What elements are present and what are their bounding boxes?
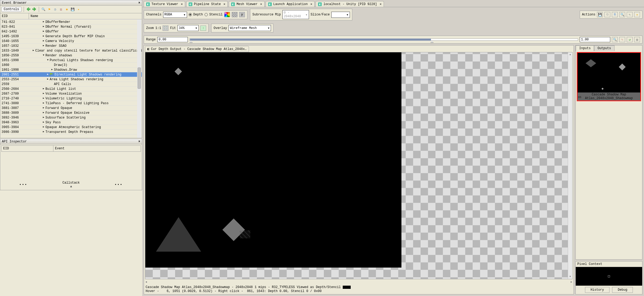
chevron-up-icon[interactable] [62,185,80,188]
event-row[interactable]: 1495-1639Generate Depth Buffer MIP Chain [0,34,142,39]
expand-icon[interactable] [42,25,45,28]
inputs-tab[interactable]: Inputs [576,45,594,51]
close-tab-icon[interactable]: ✕ [310,2,312,6]
range-high-input[interactable] [580,37,610,42]
event-row[interactable]: 2741-3880TilePass - Deferred Lighting Pa… [0,101,142,106]
copy-icon[interactable]: ⧉ [604,12,610,17]
flip-vertical-icon[interactable]: ↕ [200,26,206,31]
expand-icon[interactable] [42,44,45,47]
main-tab[interactable]: ◧Mesh Viewer✕ [229,1,264,7]
zoom-select[interactable]: 34% [177,25,199,31]
depth-radio[interactable] [189,13,192,16]
checker-bg-button[interactable] [232,12,238,17]
search-icon[interactable]: 🔍 [619,12,625,17]
expand-icon[interactable] [46,73,50,76]
autofit-range-icon[interactable]: ✎ [619,37,625,42]
close-icon[interactable]: × [138,140,140,143]
close-tab-icon[interactable]: ✕ [223,2,225,6]
close-tab-icon[interactable]: ✕ [181,2,183,6]
expand-icon[interactable] [50,68,54,71]
expand-icon[interactable] [32,49,35,52]
slice-face-select[interactable] [331,12,350,18]
event-row[interactable]: 3888-3889Forward Opaque Emissive [0,111,142,115]
collapse-icon[interactable] [46,59,50,61]
scrollbar-thumb[interactable] [138,67,141,89]
outputs-tab[interactable]: Outputs [594,45,614,51]
stencil-radio[interactable] [205,13,208,16]
event-row[interactable]: 842-1492GBuffer [0,29,142,34]
expand-icon[interactable] [42,20,45,23]
save-icon[interactable]: 💾 [597,12,603,17]
main-tab[interactable]: ◧localhost - Unity [PID 9228]✕ [316,1,384,7]
vertical-scrollbar[interactable]: ▴ ▾ [568,52,572,279]
expand-icon[interactable] [42,102,45,104]
texture-subtab[interactable]: ◧ Cur Depth Output - Cascade Shadow Map … [145,46,249,52]
event-row[interactable]: 823-841DBuffer Normal (forward) [0,24,142,29]
event-row[interactable]: 3986-3990Transparent Depth Prepass [0,130,142,134]
scrollbar[interactable] [137,20,141,138]
zoom-range-icon[interactable]: 🔍 [612,37,618,42]
event-row[interactable]: 2710-2740Volumetric Lighting [0,96,142,101]
close-icon[interactable]: × [138,1,140,5]
event-row[interactable]: 1860Draw(3) [0,63,142,67]
expand-icon[interactable] [42,106,45,109]
debug-button[interactable]: Debug [612,287,633,293]
gamma-button[interactable]: γ [239,12,245,17]
expand-icon[interactable] [46,78,50,81]
event-row[interactable]: 2687-2709Volume Voxelization [0,91,142,96]
event-row[interactable]: 1851-1998Punctual Lights Shadows renderi… [0,58,142,63]
expand-icon[interactable] [42,121,45,124]
close-tab-icon[interactable]: ✕ [260,2,262,6]
expand-icon[interactable] [42,39,45,42]
main-tab[interactable]: ◧Texture Viewer✕ [144,1,185,7]
puzzle-icon[interactable]: ✦ [76,7,81,12]
controls-button[interactable]: Controls [1,7,22,12]
event-row[interactable]: 741-822DBufferRender [0,20,142,24]
star-icon[interactable]: ✦ [634,12,640,17]
event-row[interactable]: 2001-2551Directional Light Shadows rende… [0,72,142,77]
event-row[interactable]: 3965-3984Opaque Atmospheric Scattering [0,125,142,130]
collapse-icon[interactable] [42,54,45,57]
fit-button[interactable]: Fit [170,26,176,30]
event-row[interactable]: 2553-2554Area Light Shadows rendering [0,77,142,82]
event-row[interactable]: 1861-1998Shadows.Draw [0,67,142,72]
event-row[interactable]: 1657-1832Render SSAO [0,44,142,48]
fit-expand-icon[interactable]: ⛶ [163,26,168,31]
event-row[interactable]: 2560-2684Build Light list [0,87,142,91]
expand-icon[interactable] [42,125,45,128]
expand-icon[interactable] [42,97,45,100]
expand-icon[interactable] [42,87,45,90]
range-slider[interactable] [189,37,578,42]
channels-select[interactable]: RGBA [163,12,187,18]
bookmark-flag-icon[interactable]: ⚑ [47,7,52,12]
gear-icon[interactable]: ✱ [65,7,69,12]
expand-icon[interactable] [42,116,45,119]
expand-icon[interactable] [42,130,45,133]
event-row[interactable]: 1850-2559Render shadows [0,53,142,58]
event-row[interactable]: 1833-1849Clear and copy stencil texture … [0,48,142,53]
mip-select[interactable]: 0 - 2048x2048 [282,10,309,19]
event-row[interactable]: 2559API Calls [0,82,142,87]
goto-icon[interactable]: ⎘ [612,12,618,17]
wand-icon[interactable]: ✎ [627,12,633,17]
name-column-header[interactable]: Name [29,13,142,19]
close-tab-icon[interactable]: ✕ [380,2,382,6]
history-button[interactable]: History [585,287,609,293]
eid-column-header[interactable]: EID [0,13,29,19]
api-event-column[interactable]: Event [53,146,141,151]
bars-icon[interactable]: ▥ [59,7,63,12]
color-wheel-icon[interactable] [224,12,230,17]
pixel-context-view[interactable] [576,267,642,286]
texture-canvas[interactable]: ▴ ▾ [145,52,573,279]
overlay-select[interactable]: Wireframe Mesh [228,25,271,31]
one-to-one-button[interactable]: 1:1 [155,26,161,30]
expand-icon[interactable] [42,111,45,114]
save-icon[interactable]: 💾 [70,7,75,12]
horizontal-scrollbar[interactable]: ◂▸ [144,279,574,284]
output-thumbnail[interactable]: DS Cascade Shadow Map Atlas_2048x2048_Sh… [577,52,641,101]
event-row[interactable]: 1640-1655Camera Velocity [0,39,142,44]
reset-range-icon[interactable]: ↺ [627,37,633,42]
event-row[interactable]: 3948-3963Sky Pass [0,120,142,125]
expand-icon[interactable] [42,35,45,37]
clock-icon[interactable]: ◷ [53,7,58,12]
